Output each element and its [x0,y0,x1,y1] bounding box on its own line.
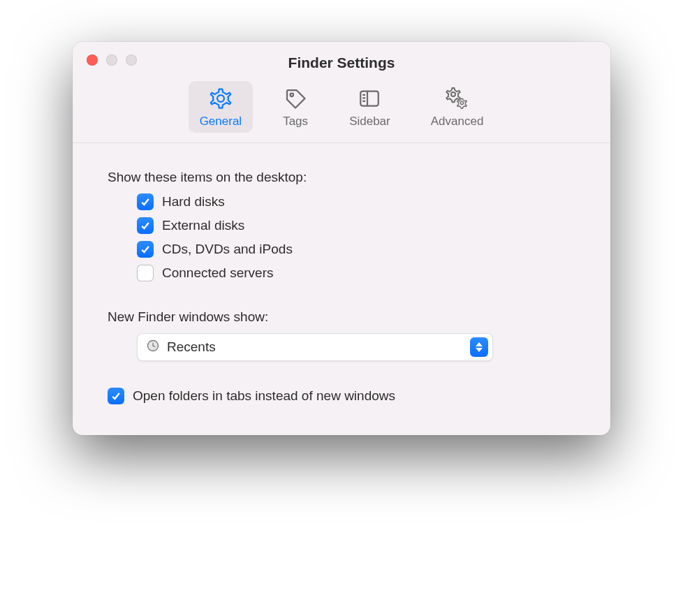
window-controls [87,54,137,66]
close-button[interactable] [87,54,98,66]
gears-icon [444,87,471,110]
general-pane: Show these items on the desktop: Hard di… [73,143,610,435]
svg-marker-11 [476,348,483,352]
new-windows-heading: New Finder windows show: [108,309,575,325]
tab-tags[interactable]: Tags [271,81,320,133]
tab-label: General [200,115,242,129]
window-title: Finder Settings [87,54,596,71]
checkbox-external-disks[interactable] [137,217,154,234]
checkbox-label: Connected servers [162,265,273,281]
checkbox-connected-servers[interactable] [137,265,154,281]
svg-point-7 [451,92,455,96]
minimize-button[interactable] [106,54,117,66]
checkbox-cds-dvds-ipods[interactable] [137,241,154,258]
checkbox-open-in-tabs[interactable] [108,388,124,404]
checkbox-row-connected-servers: Connected servers [137,265,575,281]
checkbox-row-hard-disks: Hard disks [137,193,575,210]
tab-sidebar[interactable]: Sidebar [338,81,402,133]
recents-icon [146,339,160,356]
svg-point-8 [460,101,463,104]
checkbox-label: Open folders in tabs instead of new wind… [133,388,395,404]
settings-tabs: General Tags Sidebar [73,71,610,143]
checkbox-hard-disks[interactable] [137,193,154,210]
checkbox-label: CDs, DVDs and iPods [162,242,293,257]
zoom-button[interactable] [126,54,137,66]
sidebar-icon [356,87,383,110]
tag-icon [282,87,309,110]
checkbox-row-cds-dvds-ipods: CDs, DVDs and iPods [137,241,575,258]
svg-marker-10 [476,342,483,346]
svg-point-1 [291,94,294,97]
tab-general[interactable]: General [189,81,253,133]
tab-advanced[interactable]: Advanced [420,81,495,133]
desktop-items-heading: Show these items on the desktop: [108,170,575,185]
checkbox-label: External disks [162,218,244,233]
checkbox-row-external-disks: External disks [137,217,575,234]
gear-icon [207,87,234,110]
checkbox-label: Hard disks [162,194,225,210]
new-windows-select[interactable]: Recents [137,333,493,361]
finder-settings-window: Finder Settings General Tags [73,42,610,435]
titlebar: Finder Settings [73,42,610,71]
svg-point-0 [217,95,224,102]
tab-label: Tags [283,115,308,129]
select-value: Recents [167,339,463,355]
tab-label: Sidebar [349,115,390,129]
tab-label: Advanced [431,115,484,129]
checkbox-row-open-in-tabs: Open folders in tabs instead of new wind… [108,388,575,404]
select-stepper-icon [470,337,488,357]
